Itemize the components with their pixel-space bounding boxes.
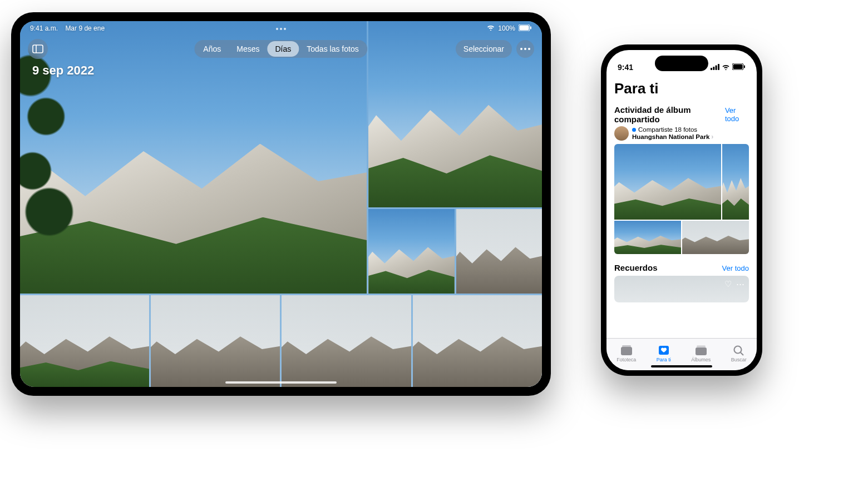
svg-rect-18 — [696, 347, 707, 355]
photo-thumb[interactable] — [151, 295, 280, 387]
unread-dot-icon — [632, 128, 636, 132]
tab-library[interactable]: Fototeca — [617, 344, 636, 362]
photo-grid — [20, 21, 542, 387]
album-name: Huangshan National Park — [632, 133, 709, 141]
tab-label: Buscar — [731, 357, 747, 362]
heart-icon[interactable]: ♡ — [724, 279, 732, 289]
home-indicator[interactable] — [651, 365, 712, 367]
see-all-link[interactable]: Ver todo — [725, 106, 749, 123]
svg-point-6 — [524, 48, 526, 50]
page-title: Para ti — [614, 80, 749, 97]
top-controls: Años Meses Días Todas las fotos Seleccio… — [20, 38, 542, 60]
iphone-device: 9:41 Para ti Actividad de álbum comparti… — [601, 44, 762, 376]
memories-heading: Recuerdos — [614, 263, 658, 272]
photo-thumb[interactable] — [20, 295, 149, 387]
battery-icon — [732, 63, 746, 72]
svg-rect-10 — [716, 66, 717, 71]
svg-point-5 — [520, 48, 522, 50]
wifi-icon — [722, 63, 730, 72]
svg-rect-3 — [33, 45, 43, 53]
tab-label: Para ti — [657, 357, 671, 362]
see-all-link[interactable]: Ver todo — [722, 264, 749, 272]
home-indicator[interactable] — [225, 381, 337, 384]
tab-label: Fototeca — [617, 357, 636, 362]
tab-for-you[interactable]: Para ti — [657, 344, 671, 362]
photo-thumb[interactable] — [614, 144, 721, 220]
photo-hero[interactable] — [20, 21, 367, 294]
dynamic-island — [655, 56, 708, 71]
svg-rect-16 — [622, 345, 631, 347]
svg-rect-14 — [744, 66, 745, 68]
wifi-icon — [487, 24, 495, 32]
tab-albums[interactable]: Álbumes — [691, 344, 711, 362]
shared-activity-heading: Actividad de álbum compartido — [614, 105, 725, 124]
avatar — [614, 126, 629, 141]
svg-point-7 — [528, 48, 530, 50]
date-heading: 9 sep 2022 — [32, 63, 94, 78]
photo-thumb[interactable] — [682, 221, 749, 254]
battery-text: 100% — [498, 24, 515, 32]
segment-months[interactable]: Meses — [229, 41, 267, 57]
more-icon[interactable]: ⋯ — [736, 279, 744, 289]
svg-line-21 — [741, 352, 743, 355]
battery-icon — [519, 24, 532, 33]
sidebar-toggle-button[interactable] — [28, 39, 48, 59]
svg-rect-9 — [713, 67, 714, 70]
photo-thumb[interactable] — [722, 144, 749, 220]
photo-thumb[interactable] — [413, 295, 542, 387]
segment-days[interactable]: Días — [267, 41, 299, 57]
more-button[interactable] — [516, 40, 534, 58]
photo-thumb[interactable] — [614, 221, 681, 254]
svg-rect-2 — [530, 26, 531, 29]
ipad-screen: 9:41 a.m. Mar 9 de ene 100% Años — [20, 21, 542, 387]
photo-thumb[interactable] — [282, 295, 411, 387]
tab-label: Álbumes — [691, 357, 711, 362]
status-time: 9:41 a.m. — [30, 24, 58, 32]
ipad-device: 9:41 a.m. Mar 9 de ene 100% Años — [11, 12, 551, 396]
tab-search[interactable]: Buscar — [731, 344, 747, 362]
activity-summary: Compartiste 18 fotos — [638, 126, 697, 133]
segment-years[interactable]: Años — [195, 41, 229, 57]
svg-rect-11 — [718, 64, 719, 70]
shared-activity-item[interactable]: Compartiste 18 fotos Huangshan National … — [614, 126, 749, 141]
photo-thumb[interactable] — [368, 209, 454, 294]
svg-point-20 — [734, 346, 741, 354]
chevron-right-icon: › — [711, 133, 713, 141]
shared-photos-grid — [614, 144, 749, 254]
time-segmented-control: Años Meses Días Todas las fotos — [194, 40, 367, 58]
memory-card[interactable]: ♡ ⋯ — [614, 276, 749, 302]
svg-rect-1 — [520, 25, 529, 30]
select-button[interactable]: Seleccionar — [456, 40, 512, 58]
segment-all-photos[interactable]: Todas las fotos — [299, 41, 366, 57]
photo-thumb[interactable] — [456, 209, 542, 294]
svg-rect-15 — [621, 347, 632, 355]
status-time: 9:41 — [618, 63, 633, 72]
status-date: Mar 9 de ene — [65, 24, 105, 32]
svg-rect-19 — [697, 346, 706, 347]
svg-rect-8 — [711, 68, 712, 70]
svg-rect-13 — [733, 64, 743, 69]
multitask-dots[interactable] — [276, 28, 286, 30]
cellular-icon — [711, 63, 719, 72]
iphone-screen: 9:41 Para ti Actividad de álbum comparti… — [606, 50, 757, 370]
